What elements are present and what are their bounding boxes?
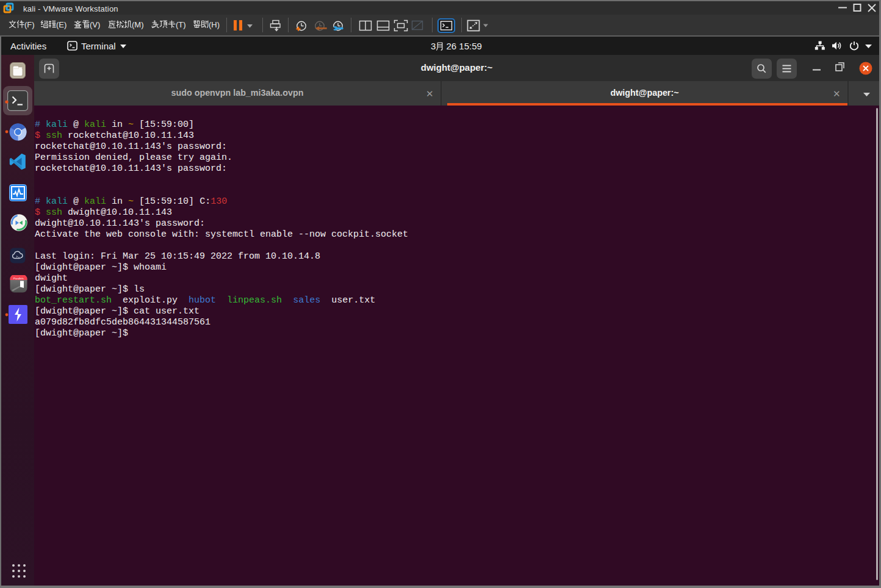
svg-text:Parallels: Parallels (13, 277, 24, 280)
